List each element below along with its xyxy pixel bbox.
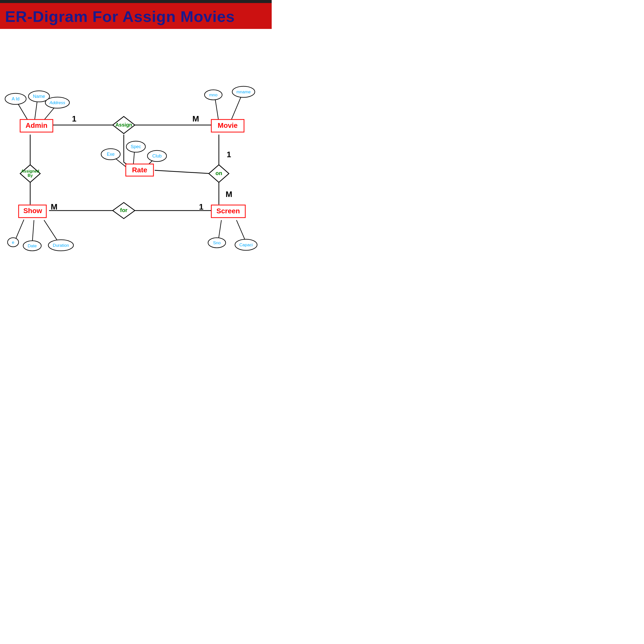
svg-text:mname: mname: [236, 90, 251, 94]
svg-text:Assign: Assign: [115, 122, 132, 128]
diagram-area: Admin Movie Show Screen Rate Assign Assi…: [0, 29, 272, 268]
svg-line-20: [236, 220, 246, 242]
svg-text:Assigned: Assigned: [21, 169, 39, 173]
svg-text:on: on: [216, 170, 222, 176]
header-title: ER-Digram For Assign Movies: [5, 8, 267, 25]
svg-text:mno: mno: [209, 93, 217, 97]
svg-text:By: By: [28, 173, 33, 178]
svg-text:e: e: [12, 240, 14, 245]
svg-text:Duration: Duration: [53, 243, 69, 248]
svg-line-14: [215, 98, 218, 119]
svg-text:Name: Name: [33, 94, 45, 99]
svg-text:Sno: Sno: [213, 240, 221, 245]
svg-text:1: 1: [199, 202, 204, 211]
svg-line-15: [231, 96, 241, 119]
svg-text:1: 1: [72, 114, 76, 123]
svg-text:M: M: [51, 202, 58, 211]
svg-text:Movie: Movie: [218, 122, 237, 129]
svg-text:1: 1: [227, 150, 231, 159]
svg-text:Rate: Rate: [132, 166, 147, 174]
svg-text:Screen: Screen: [216, 207, 240, 215]
svg-text:M: M: [226, 190, 232, 199]
top-border: [0, 0, 272, 3]
svg-line-10: [155, 170, 211, 174]
svg-line-21: [32, 220, 34, 244]
svg-line-12: [35, 101, 37, 119]
svg-text:Date: Date: [28, 244, 37, 248]
svg-text:Admin: Admin: [25, 122, 47, 129]
svg-line-11: [18, 103, 28, 120]
svg-text:Capaci: Capaci: [239, 243, 253, 247]
svg-text:Spec: Spec: [131, 144, 141, 149]
svg-line-13: [44, 106, 55, 120]
svg-text:Exe: Exe: [107, 152, 114, 157]
svg-text:A Id: A Id: [12, 96, 19, 101]
svg-text:Address: Address: [49, 100, 65, 105]
svg-text:Show: Show: [23, 207, 42, 215]
svg-text:Club: Club: [152, 153, 162, 158]
svg-text:M: M: [192, 114, 199, 123]
svg-text:for: for: [120, 207, 128, 213]
svg-line-19: [218, 220, 221, 240]
header-banner: ER-Digram For Assign Movies: [0, 3, 272, 29]
